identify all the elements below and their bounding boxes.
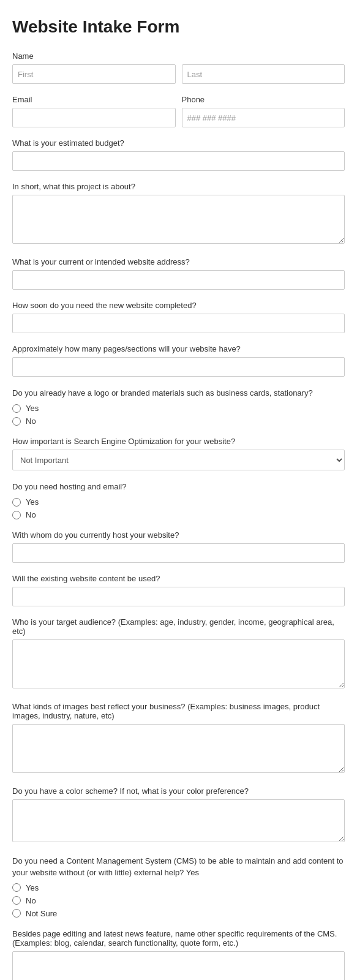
cms-not-sure-label: Not Sure — [26, 909, 57, 918]
website-address-label: What is your current or intended website… — [12, 257, 345, 266]
cms-not-sure-radio[interactable] — [12, 909, 21, 918]
email-group: Email — [12, 95, 176, 127]
completion-time-label: How soon do you need the new website com… — [12, 301, 345, 310]
hosting-no-radio[interactable] — [12, 511, 21, 519]
cms-requirements-label: Besides page editing and latest news fea… — [12, 929, 345, 948]
cms-no-radio[interactable] — [12, 896, 21, 905]
color-scheme-textarea[interactable] — [12, 799, 345, 842]
project-about-group: In short, what this project is about? — [12, 182, 345, 246]
phone-input[interactable] — [182, 108, 345, 127]
target-audience-textarea[interactable] — [12, 639, 345, 688]
existing-content-input[interactable] — [12, 587, 345, 606]
last-name-input[interactable] — [182, 64, 345, 84]
page-title: Website Intake Form — [12, 17, 345, 37]
color-scheme-group: Do you have a color scheme? If not, what… — [12, 786, 345, 845]
project-about-label: In short, what this project is about? — [12, 182, 345, 191]
hosting-radio-group: Yes No — [12, 497, 345, 519]
images-group: What kinds of images best reflect your b… — [12, 702, 345, 775]
current-host-label: With whom do you currently host your web… — [12, 530, 345, 540]
hosting-yes-label: Yes — [26, 497, 39, 507]
images-label: What kinds of images best reflect your b… — [12, 702, 345, 720]
current-host-input[interactable] — [12, 543, 345, 563]
cms-group: Do you need a Content Management System … — [12, 856, 345, 918]
completion-time-group: How soon do you need the new website com… — [12, 301, 345, 333]
hosting-label: Do you need hosting and email? — [12, 481, 345, 492]
logo-radio-group: Yes No — [12, 404, 345, 426]
name-group: Name — [12, 51, 345, 84]
logo-no-option[interactable]: No — [12, 417, 345, 426]
first-name-input[interactable] — [12, 64, 176, 84]
logo-label: Do you already have a logo or branded ma… — [12, 388, 345, 399]
images-textarea[interactable] — [12, 724, 345, 773]
pages-count-label: Approximately how many pages/sections wi… — [12, 344, 345, 353]
cms-yes-radio[interactable] — [12, 883, 21, 892]
cms-yes-label: Yes — [26, 883, 39, 892]
email-input[interactable] — [12, 108, 176, 127]
logo-yes-label: Yes — [26, 404, 39, 413]
existing-content-group: Will the existing website content be use… — [12, 574, 345, 606]
name-row — [12, 64, 345, 84]
phone-group: Phone — [182, 95, 345, 127]
color-scheme-label: Do you have a color scheme? If not, what… — [12, 786, 345, 796]
hosting-yes-option[interactable]: Yes — [12, 497, 345, 507]
logo-yes-radio[interactable] — [12, 404, 21, 413]
website-address-input[interactable] — [12, 270, 345, 290]
completion-time-input[interactable] — [12, 314, 345, 333]
cms-requirements-group: Besides page editing and latest news fea… — [12, 929, 345, 980]
seo-select[interactable]: Not Important Somewhat Important Very Im… — [12, 450, 345, 470]
email-label: Email — [12, 95, 176, 104]
hosting-group: Do you need hosting and email? Yes No — [12, 481, 345, 519]
pages-count-group: Approximately how many pages/sections wi… — [12, 344, 345, 377]
cms-no-option[interactable]: No — [12, 896, 345, 905]
logo-no-radio[interactable] — [12, 417, 21, 426]
website-address-group: What is your current or intended website… — [12, 257, 345, 290]
project-about-textarea[interactable] — [12, 195, 345, 244]
seo-group: How important is Search Engine Optimizat… — [12, 437, 345, 470]
target-audience-label: Who is your target audience? (Examples: … — [12, 617, 345, 636]
pages-count-input[interactable] — [12, 357, 345, 377]
cms-radio-group: Yes No Not Sure — [12, 883, 345, 918]
logo-no-label: No — [26, 417, 36, 426]
budget-label: What is your estimated budget? — [12, 138, 345, 148]
phone-label: Phone — [182, 95, 345, 104]
current-host-group: With whom do you currently host your web… — [12, 530, 345, 563]
hosting-no-option[interactable]: No — [12, 510, 345, 519]
budget-group: What is your estimated budget? — [12, 138, 345, 171]
cms-not-sure-option[interactable]: Not Sure — [12, 909, 345, 918]
email-phone-row: Email Phone — [12, 95, 345, 138]
form-container: Website Intake Form Name Email Phone Wha… — [0, 0, 357, 980]
cms-requirements-textarea[interactable] — [12, 951, 345, 980]
cms-no-label: No — [26, 896, 36, 905]
cms-label: Do you need a Content Management System … — [12, 856, 345, 878]
target-audience-group: Who is your target audience? (Examples: … — [12, 617, 345, 691]
budget-input[interactable] — [12, 151, 345, 171]
logo-yes-option[interactable]: Yes — [12, 404, 345, 413]
hosting-no-label: No — [26, 510, 36, 519]
hosting-yes-radio[interactable] — [12, 498, 21, 507]
name-label: Name — [12, 51, 345, 61]
logo-group: Do you already have a logo or branded ma… — [12, 388, 345, 426]
seo-label: How important is Search Engine Optimizat… — [12, 437, 345, 446]
cms-yes-option[interactable]: Yes — [12, 883, 345, 892]
existing-content-label: Will the existing website content be use… — [12, 574, 345, 583]
